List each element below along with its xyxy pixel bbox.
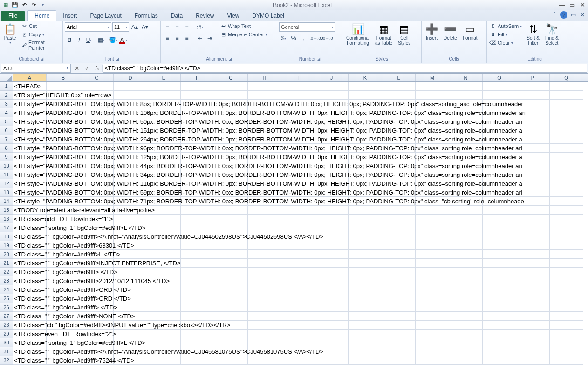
cell-O32[interactable] — [483, 356, 516, 365]
cell-N25[interactable] — [449, 294, 483, 303]
comma-button[interactable]: , — [299, 34, 308, 43]
cell-A32[interactable]: <TD class=" " bgColor=#ed9fff>75244 </TD… — [13, 356, 47, 365]
cell-O26[interactable] — [483, 303, 516, 312]
cell-styles-button[interactable]: ▤Cell Styles — [396, 22, 412, 47]
ribbon-close-icon[interactable]: ✕ — [579, 11, 586, 19]
column-header-L[interactable]: L — [382, 74, 416, 81]
cell-J24[interactable] — [315, 285, 349, 294]
row-header[interactable]: 2 — [0, 91, 13, 100]
cell-Q4[interactable] — [550, 108, 583, 117]
cell-J16[interactable] — [315, 215, 349, 223]
qat-customize-icon[interactable]: ▾ — [39, 1, 47, 9]
cell-K21[interactable] — [349, 259, 382, 268]
dialog-launcher-icon[interactable]: ◢ — [317, 57, 320, 61]
column-header-I[interactable]: I — [281, 74, 315, 81]
cell-H22[interactable] — [248, 268, 281, 276]
cell-K17[interactable] — [349, 223, 382, 232]
cell-H27[interactable] — [248, 312, 281, 321]
cell-L21[interactable] — [382, 259, 416, 268]
cell-A2[interactable]: <TR style="HEIGHT: 0px" role=row> — [13, 91, 47, 100]
cell-F1[interactable] — [181, 82, 214, 91]
delete-cells-button[interactable]: ➖Delete — [442, 22, 459, 41]
cell-K16[interactable] — [349, 215, 382, 223]
cell-I20[interactable] — [281, 250, 315, 259]
tab-insert[interactable]: Insert — [56, 11, 83, 21]
cell-K28[interactable] — [349, 321, 382, 330]
cell-H16[interactable] — [248, 215, 281, 223]
cell-M24[interactable] — [416, 285, 449, 294]
cell-K30[interactable] — [349, 338, 382, 347]
ribbon-minimize-icon[interactable]: ˄ — [551, 11, 558, 19]
align-right-button[interactable]: ≡ — [182, 34, 191, 43]
cell-P26[interactable] — [516, 303, 550, 312]
cell-E27[interactable] — [147, 312, 181, 321]
cell-A27[interactable]: <TD class=" " bgColor=#ed9fff>NONE </TD> — [13, 312, 47, 321]
cell-Q12[interactable] — [550, 179, 583, 188]
cell-E17[interactable] — [147, 223, 181, 232]
cell-I25[interactable] — [281, 294, 315, 303]
cell-L32[interactable] — [382, 356, 416, 365]
row-header[interactable]: 30 — [0, 338, 13, 347]
cell-G29[interactable] — [214, 330, 248, 338]
format-as-table-button[interactable]: ▦Format as Table — [373, 22, 394, 47]
row-header[interactable]: 20 — [0, 250, 13, 259]
cell-J19[interactable] — [315, 241, 349, 250]
cell-Q27[interactable] — [550, 312, 583, 321]
cell-M25[interactable] — [416, 294, 449, 303]
row-header[interactable]: 27 — [0, 312, 13, 321]
cell-Q10[interactable] — [550, 161, 583, 170]
cell-E19[interactable] — [147, 241, 181, 250]
cell-H32[interactable] — [248, 356, 281, 365]
cell-M31[interactable] — [416, 347, 449, 356]
cell-I16[interactable] — [281, 215, 315, 223]
column-header-K[interactable]: K — [349, 74, 382, 81]
cell-F15[interactable] — [181, 206, 214, 215]
cell-P27[interactable] — [516, 312, 550, 321]
cell-P19[interactable] — [516, 241, 550, 250]
cell-D2[interactable] — [114, 91, 147, 100]
cell-H30[interactable] — [248, 338, 281, 347]
column-header-H[interactable]: H — [248, 74, 281, 81]
decrease-decimal-button[interactable]: .00→.0 — [321, 34, 331, 43]
tab-file[interactable]: File — [1, 11, 25, 21]
paste-button[interactable]: 📋 Paste ▾ — [2, 22, 18, 46]
cell-L24[interactable] — [382, 285, 416, 294]
row-header[interactable]: 5 — [0, 117, 13, 126]
cell-H25[interactable] — [248, 294, 281, 303]
column-header-P[interactable]: P — [516, 74, 550, 81]
cell-A20[interactable]: <TD class=" " bgColor=#ed9fff>L </TD> — [13, 250, 47, 259]
row-header[interactable]: 18 — [0, 232, 13, 241]
cell-H28[interactable] — [248, 321, 281, 330]
cell-O20[interactable] — [483, 250, 516, 259]
cell-D26[interactable] — [114, 303, 147, 312]
cell-H24[interactable] — [248, 285, 281, 294]
cell-A23[interactable]: <TD class=" " bgColor=#ed9fff>2012/10/12… — [13, 276, 47, 285]
cell-M19[interactable] — [416, 241, 449, 250]
cell-L31[interactable] — [382, 347, 416, 356]
cell-I2[interactable] — [281, 91, 315, 100]
cell-N22[interactable] — [449, 268, 483, 276]
cell-O23[interactable] — [483, 276, 516, 285]
cell-M18[interactable] — [416, 232, 449, 241]
save-icon[interactable]: 💾 — [11, 1, 19, 9]
cell-J26[interactable] — [315, 303, 349, 312]
cell-A18[interactable]: <TD class=" " bgColor=#ed9fff><A href="A… — [13, 232, 47, 241]
cell-M21[interactable] — [416, 259, 449, 268]
align-top-button[interactable]: ≡ — [163, 22, 172, 32]
tab-data[interactable]: Data — [164, 11, 189, 21]
cell-G22[interactable] — [214, 268, 248, 276]
cell-O15[interactable] — [483, 206, 516, 215]
cell-Q21[interactable] — [550, 259, 583, 268]
cell-D1[interactable] — [114, 82, 147, 91]
cell-N27[interactable] — [449, 312, 483, 321]
insert-cells-button[interactable]: ➕Insert — [424, 22, 440, 41]
row-header[interactable]: 14 — [0, 197, 13, 206]
enter-formula-button[interactable]: ✓ — [82, 65, 92, 72]
cell-M16[interactable] — [416, 215, 449, 223]
cell-A7[interactable]: <TH style="PADDING-BOTTOM: 0px; WIDTH: 2… — [13, 135, 47, 144]
cell-O25[interactable] — [483, 294, 516, 303]
cell-K26[interactable] — [349, 303, 382, 312]
cell-M29[interactable] — [416, 330, 449, 338]
row-header[interactable]: 6 — [0, 126, 13, 135]
cell-N29[interactable] — [449, 330, 483, 338]
